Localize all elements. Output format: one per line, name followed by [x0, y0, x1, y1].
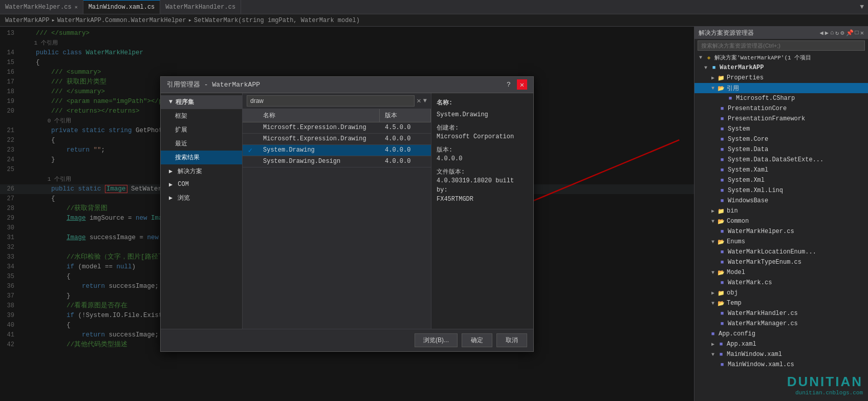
search-dropdown-icon[interactable]: ▼: [423, 97, 427, 104]
tree-project[interactable]: ▼ ■ WaterMarkAPP: [695, 62, 868, 73]
tree-temp[interactable]: ▼ 📂 Temp: [695, 298, 868, 308]
dialog-com-item[interactable]: ▶ COM: [161, 178, 242, 191]
tree-properties[interactable]: ▶ 📁 Properties: [695, 73, 868, 83]
pin-icon[interactable]: 📌: [846, 29, 854, 37]
xaml-icon: ■: [717, 350, 725, 358]
home-icon[interactable]: ⌂: [830, 29, 834, 37]
expand-icon: ▶: [709, 341, 717, 347]
tree-mainwindow-xaml-cs[interactable]: ■ MainWindow.xaml.cs: [695, 360, 868, 370]
dialog-browse-nav-item[interactable]: ▶ 浏览: [161, 191, 242, 205]
breadcrumb-app[interactable]: WaterMarkAPP: [5, 17, 49, 24]
tree-obj[interactable]: ▶ 📁 obj: [695, 288, 868, 298]
tree-ref-microsoft-csharp[interactable]: ■ Microsoft.CSharp: [695, 93, 868, 103]
tree-watermarklocation-cs[interactable]: ■ WaterMarkLocationEnum...: [695, 247, 868, 257]
tree-solution-root[interactable]: ▼ ◈ 解决方案'WaterMarkAPP'(1 个项目: [695, 52, 868, 62]
check-cell-2[interactable]: ✓: [243, 146, 258, 155]
tab-mainwindow[interactable]: MainWindow.xaml.cs: [83, 0, 161, 14]
solution-explorer: 解决方案资源管理器 ◀ ▶ ⌂ ↻ ⚙ 📌 □ ✕ ▼ ◈ 解决方案'Wa: [694, 27, 868, 401]
tab-close-icon[interactable]: ✕: [75, 4, 78, 10]
nav-back-icon[interactable]: ◀: [819, 29, 823, 37]
ref-icon: ■: [718, 135, 726, 143]
dialog-footer: 浏览(B)... 确定 取消: [161, 329, 533, 351]
solution-search-input[interactable]: [698, 40, 865, 51]
list-item-3[interactable]: System.Drawing.Design 4.0.0.0: [243, 156, 431, 167]
browse-button[interactable]: 浏览(B)...: [415, 333, 458, 347]
bin-label: bin: [727, 207, 738, 215]
tree-mainwindow-xaml[interactable]: ▼ ■ MainWindow.xaml: [695, 349, 868, 360]
tree-app-config[interactable]: ■ App.config: [695, 329, 868, 339]
code-editor[interactable]: 13 /// </summary> 1 个引用 14 public class …: [0, 27, 694, 401]
tree-ref-presentationcore[interactable]: ■ PresentationCore: [695, 103, 868, 114]
xaml-label: MainWindow.xaml: [727, 351, 782, 358]
dialog-assemblies-header[interactable]: ▼ 程序集: [161, 95, 242, 109]
tab-watermarkhandler[interactable]: WaterMarkHandler.cs: [160, 0, 241, 14]
properties-label: Properties: [727, 74, 764, 81]
sync-icon[interactable]: ↻: [835, 29, 839, 37]
tab-dropdown-arrow[interactable]: ▼: [856, 3, 868, 11]
maximize-icon[interactable]: □: [855, 29, 859, 37]
expand-icon: ▶: [169, 194, 172, 202]
dialog-close-button[interactable]: ✕: [517, 79, 527, 90]
dialog-title-bar: 引用管理器 - WaterMarkAPP ? ✕: [161, 77, 533, 93]
nav-fwd-icon[interactable]: ▶: [825, 29, 829, 37]
tree-watermark-cs[interactable]: ■ WaterMark.cs: [695, 278, 868, 288]
tab-label: WaterMarkHelper.cs: [5, 4, 72, 11]
tree-ref-system-data[interactable]: ■ System.Data: [695, 144, 868, 155]
list-item-2[interactable]: ✓ System.Drawing 4.0.0.0: [243, 145, 431, 156]
tree-ref-system-xml[interactable]: ■ System.Xml: [695, 175, 868, 185]
expand-icon: ▼: [169, 98, 172, 105]
name-cell-3: System.Drawing.Design: [258, 158, 380, 165]
tab-watermarkhelper[interactable]: WaterMarkHelper.cs ✕: [0, 0, 83, 14]
cs-icon: ■: [718, 258, 726, 266]
settings-icon[interactable]: ⚙: [840, 29, 844, 37]
tree-bin[interactable]: ▶ 📁 bin: [695, 206, 868, 216]
tree-ref-presentationframework[interactable]: ■ PresentationFramework: [695, 114, 868, 124]
cs-icon: ■: [718, 320, 726, 328]
expand-icon: ▶: [709, 208, 717, 214]
tree-model[interactable]: ▼ 📂 Model: [695, 267, 868, 278]
dialog-searchresults-item[interactable]: 搜索结果: [161, 151, 242, 164]
reference-manager-dialog: 引用管理器 - WaterMarkAPP ? ✕ ▼ 程序集: [160, 76, 534, 352]
search-clear-icon[interactable]: ✕: [417, 96, 421, 105]
expand-icon: ▼: [702, 65, 710, 71]
solution-search-container: [695, 39, 868, 52]
ref-icon: ■: [718, 104, 726, 113]
dialog-recent-item[interactable]: 最近: [161, 137, 242, 151]
cs-icon: ■: [718, 309, 726, 318]
tree-ref-system[interactable]: ■ System: [695, 124, 868, 134]
tree-enums[interactable]: ▼ 📂 Enums: [695, 237, 868, 247]
close-icon[interactable]: ✕: [860, 29, 864, 37]
tree-watermarkmanager-cs[interactable]: ■ WaterMarkManager.cs: [695, 319, 868, 329]
breadcrumb-namespace[interactable]: WaterMarkAPP.Common.WaterMarkHelper: [57, 17, 186, 24]
name-value: System.Drawing: [437, 110, 528, 119]
dialog-help-button[interactable]: ?: [504, 79, 514, 90]
version-column-header: 版本: [380, 109, 431, 122]
tree-watermarkhandler-cs[interactable]: ■ WaterMarkHandler.cs: [695, 308, 868, 319]
breadcrumb-method[interactable]: SetWaterMark(string imgPath, WaterMark m…: [194, 17, 360, 24]
tree-watermarkhelper-cs[interactable]: ■ WaterMarkHelper.cs: [695, 226, 868, 237]
tree-ref-system-core[interactable]: ■ System.Core: [695, 134, 868, 144]
tree-app-xaml[interactable]: ▶ ■ App.xaml: [695, 339, 868, 349]
browse-nav-label: 浏览: [178, 194, 190, 202]
cancel-button[interactable]: 取消: [496, 333, 527, 347]
ref-label: WindowsBase: [728, 197, 768, 204]
expand-icon: ▼: [709, 239, 717, 245]
tree-common[interactable]: ▼ 📂 Common: [695, 216, 868, 226]
tree-watermarktype-cs[interactable]: ■ WaterMarkTypeEnum.cs: [695, 257, 868, 267]
list-item-0[interactable]: Microsoft.Expression.Drawing 4.5.0.0: [243, 122, 431, 134]
references-label: 引用: [727, 84, 739, 93]
dialog-search-input[interactable]: [247, 95, 415, 107]
list-item-1[interactable]: Microsoft.Expression.Drawing 4.0.0.0: [243, 134, 431, 145]
tree-ref-system-data-ext[interactable]: ■ System.Data.DataSetExte...: [695, 155, 868, 165]
ok-button[interactable]: 确定: [462, 333, 492, 347]
tree-ref-system-xml-linq[interactable]: ■ System.Xml.Linq: [695, 185, 868, 196]
dialog-framework-item[interactable]: 框架: [161, 109, 242, 123]
tree-ref-windowsbase[interactable]: ■ WindowsBase: [695, 196, 868, 206]
dialog-solution-item[interactable]: ▶ 解决方案: [161, 164, 242, 178]
config-icon: ■: [709, 330, 717, 338]
dialog-extension-item[interactable]: 扩展: [161, 123, 242, 137]
tree-ref-system-xaml[interactable]: ■ System.Xaml: [695, 165, 868, 175]
brand-site: dunitian.cnblogs.com: [787, 390, 863, 396]
solution-icon: ◈: [705, 53, 713, 61]
tree-references[interactable]: ▼ 📂 引用: [695, 83, 868, 93]
